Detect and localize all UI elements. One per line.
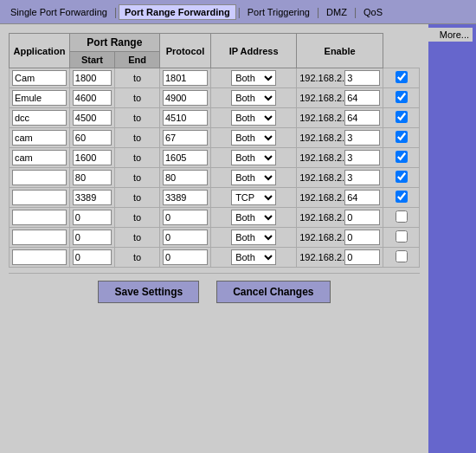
end-input[interactable] bbox=[163, 210, 208, 225]
app-input[interactable] bbox=[12, 249, 67, 265]
tab-port-triggering[interactable]: Port Triggering bbox=[242, 5, 315, 19]
ip-prefix: 192.168.2. bbox=[299, 93, 344, 103]
ip-last-input[interactable] bbox=[344, 249, 380, 265]
right-sidebar: More... bbox=[428, 24, 476, 453]
app-input[interactable] bbox=[12, 210, 67, 225]
to-label: to bbox=[115, 88, 160, 108]
app-input[interactable] bbox=[12, 230, 67, 245]
enable-checkbox[interactable] bbox=[396, 191, 408, 203]
more-button[interactable]: More... bbox=[428, 28, 473, 42]
protocol-select[interactable]: BothTCPUDP bbox=[231, 130, 276, 146]
app-input[interactable] bbox=[12, 110, 67, 126]
start-input[interactable] bbox=[73, 190, 112, 205]
app-input[interactable] bbox=[12, 70, 67, 86]
protocol-select[interactable]: BothTCPUDP bbox=[231, 210, 276, 225]
start-input[interactable] bbox=[73, 90, 112, 106]
ip-cell: 192.168.2. bbox=[299, 130, 380, 146]
enable-checkbox[interactable] bbox=[396, 210, 408, 223]
enable-checkbox[interactable] bbox=[396, 111, 408, 123]
header-end: End bbox=[115, 52, 160, 68]
ip-last-input[interactable] bbox=[344, 170, 380, 185]
end-input[interactable] bbox=[163, 130, 208, 146]
app-input[interactable] bbox=[12, 90, 67, 106]
enable-checkbox[interactable] bbox=[396, 91, 408, 103]
app-input[interactable] bbox=[12, 150, 67, 165]
table-row: toBothTCPUDP192.168.2. bbox=[10, 228, 420, 248]
ip-prefix: 192.168.2. bbox=[299, 232, 344, 243]
ip-prefix: 192.168.2. bbox=[299, 113, 344, 123]
start-input[interactable] bbox=[73, 230, 112, 245]
tab-single-port[interactable]: Single Port Forwarding bbox=[5, 5, 113, 19]
start-input[interactable] bbox=[73, 170, 112, 185]
ip-last-input[interactable] bbox=[344, 150, 380, 165]
end-input[interactable] bbox=[163, 170, 208, 185]
tab-dmz[interactable]: DMZ bbox=[321, 5, 352, 19]
header-application: Application bbox=[10, 34, 70, 68]
ip-cell: 192.168.2. bbox=[299, 210, 380, 225]
protocol-select[interactable]: BothTCPUDP bbox=[231, 249, 276, 265]
end-input[interactable] bbox=[163, 249, 208, 265]
table-row: toBothTCPUDP192.168.2. bbox=[10, 208, 420, 228]
end-input[interactable] bbox=[163, 70, 208, 86]
ip-prefix: 192.168.2. bbox=[299, 73, 344, 83]
table-row: toBothTCPUDP192.168.2. bbox=[10, 128, 420, 148]
to-label: to bbox=[115, 228, 160, 248]
protocol-select[interactable]: BothTCPUDP bbox=[231, 150, 276, 165]
end-input[interactable] bbox=[163, 230, 208, 245]
to-label: to bbox=[115, 168, 160, 188]
protocol-select[interactable]: BothTCPUDP bbox=[231, 90, 276, 106]
to-label: to bbox=[115, 68, 160, 88]
table-row: toBothTCPUDP192.168.2. bbox=[10, 108, 420, 128]
ip-cell: 192.168.2. bbox=[299, 249, 380, 265]
start-input[interactable] bbox=[73, 130, 112, 146]
table-row: toBothTCPUDP192.168.2. bbox=[10, 188, 420, 208]
tab-port-range[interactable]: Port Range Forwarding bbox=[119, 4, 236, 20]
ip-last-input[interactable] bbox=[344, 90, 380, 106]
tab-qos[interactable]: QoS bbox=[358, 5, 388, 19]
start-input[interactable] bbox=[73, 210, 112, 225]
start-input[interactable] bbox=[73, 249, 112, 265]
cancel-button[interactable]: Cancel Changes bbox=[216, 281, 330, 303]
save-button[interactable]: Save Settings bbox=[98, 281, 199, 303]
ip-last-input[interactable] bbox=[344, 230, 380, 245]
enable-checkbox[interactable] bbox=[396, 171, 408, 183]
enable-checkbox[interactable] bbox=[396, 131, 408, 143]
protocol-select[interactable]: BothTCPUDP bbox=[231, 170, 276, 185]
enable-checkbox[interactable] bbox=[396, 230, 408, 243]
header-protocol: Protocol bbox=[159, 34, 210, 68]
ip-last-input[interactable] bbox=[344, 190, 380, 205]
end-input[interactable] bbox=[163, 90, 208, 106]
end-input[interactable] bbox=[163, 190, 208, 205]
end-input[interactable] bbox=[163, 110, 208, 126]
app-input[interactable] bbox=[12, 170, 67, 185]
app-input[interactable] bbox=[12, 190, 67, 205]
header-enable: Enable bbox=[297, 34, 383, 68]
enable-checkbox[interactable] bbox=[396, 151, 408, 163]
end-input[interactable] bbox=[163, 150, 208, 165]
ip-prefix: 192.168.2. bbox=[299, 152, 344, 163]
ip-cell: 192.168.2. bbox=[299, 190, 380, 205]
start-input[interactable] bbox=[73, 70, 112, 86]
protocol-select[interactable]: BothTCPUDP bbox=[231, 70, 276, 86]
enable-checkbox[interactable] bbox=[396, 71, 408, 83]
app-input[interactable] bbox=[12, 130, 67, 146]
protocol-select[interactable]: BothTCPUDP bbox=[231, 190, 276, 205]
ip-last-input[interactable] bbox=[344, 110, 380, 126]
ip-last-input[interactable] bbox=[344, 130, 380, 146]
to-label: to bbox=[115, 108, 160, 128]
ip-last-input[interactable] bbox=[344, 70, 380, 86]
main-panel: Application Port Range Protocol IP Addre… bbox=[0, 24, 428, 453]
start-input[interactable] bbox=[73, 150, 112, 165]
ip-cell: 192.168.2. bbox=[299, 170, 380, 185]
ip-last-input[interactable] bbox=[344, 210, 380, 225]
content-area: Application Port Range Protocol IP Addre… bbox=[0, 24, 476, 453]
top-tabs: Single Port Forwarding | Port Range Forw… bbox=[0, 0, 476, 24]
ip-prefix: 192.168.2. bbox=[299, 172, 344, 183]
header-port-range: Port Range bbox=[69, 34, 159, 52]
enable-checkbox[interactable] bbox=[396, 250, 408, 262]
protocol-select[interactable]: BothTCPUDP bbox=[231, 110, 276, 126]
protocol-select[interactable]: BothTCPUDP bbox=[231, 230, 276, 245]
start-input[interactable] bbox=[73, 110, 112, 126]
ip-cell: 192.168.2. bbox=[299, 150, 380, 165]
ip-prefix: 192.168.2. bbox=[299, 252, 344, 262]
